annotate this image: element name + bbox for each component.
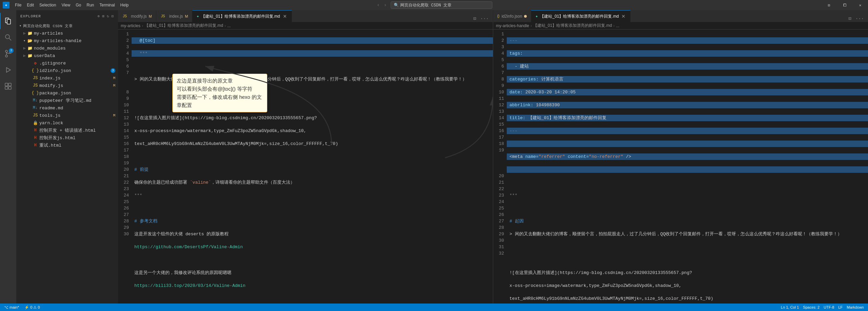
collapse-icon[interactable]: ⊟ — [111, 14, 114, 18]
sidebar-root[interactable]: ▾ 网页自动化爬取 CSDN 文章 — [16, 22, 118, 30]
sidebar-item-modify[interactable]: ▷ JS modify.js M — [16, 82, 118, 89]
code-line-10: 确保你的主题已经成功部署 `valine`，详细请看你的主题帮助文件（百度大法） — [132, 179, 493, 186]
sidebar-item-gitignore[interactable]: ▷ ⚙ .gitignore — [16, 59, 118, 67]
svg-rect-11 — [5, 87, 8, 89]
my-articles-handle-icon: 📂 — [27, 38, 33, 43]
sidebar-item-id2info[interactable]: ▷ { } id2info.json 3 — [16, 67, 118, 74]
new-folder-icon[interactable]: ⊞ — [102, 14, 105, 18]
tab-left-md[interactable]: ✦ 【建站_01】给博客添加漂亮的邮件回复.md ✕ — [192, 10, 292, 22]
control-debug-icon: H — [33, 128, 38, 133]
r-code-line-19b: x-oss-process=image/watermark,type_ZmFuZ… — [507, 282, 868, 289]
tab-id2info-label: id2info.json — [502, 14, 522, 19]
menu-help[interactable]: Help — [118, 0, 132, 10]
source-control-button[interactable]: 3 — [0, 45, 16, 62]
tab-modify-js[interactable]: JS modify.js M — [118, 10, 156, 22]
tab-index-js[interactable]: JS index.js M — [156, 10, 193, 22]
menu-edit[interactable]: Edit — [24, 0, 37, 10]
annotation-overlay: 左边是直接导出的原文章 可以看到头部会有@[toc]() 等字符 需要匹配一下，… — [172, 74, 267, 112]
left-editor-content[interactable]: 12345 67 89101112 13141516 17181920 2122… — [118, 30, 493, 304]
close-button[interactable]: ✕ — [852, 0, 868, 10]
menu-run[interactable]: Run — [84, 0, 97, 10]
refresh-icon[interactable]: ↻ — [107, 14, 110, 18]
sidebar-item-my-articles-handle[interactable]: ▾ 📂 my-articles-handle — [16, 37, 118, 44]
left-code-content[interactable]: @[toc] *** > 闲的又去翻翻大佬们的博客，顺便留个言，拍拍屁股走人，过… — [132, 30, 493, 304]
debug-button[interactable] — [0, 62, 16, 78]
sidebar-item-puppeteer[interactable]: ▷ M↓ puppeteer 学习笔记.md — [16, 97, 118, 104]
sidebar-item-my-articles[interactable]: ▷ 📁 my-articles — [16, 30, 118, 37]
code-line-12 — [132, 205, 493, 212]
sidebar-header-actions: ⊕ ⊞ ↻ ⊟ — [98, 14, 114, 18]
r-code-line-13: *** — [507, 192, 868, 199]
index-icon: JS — [33, 75, 38, 81]
id2info-label: id2info.json — [39, 68, 71, 73]
svg-rect-9 — [5, 83, 8, 86]
tab-id2info[interactable]: {} id2info.json — [493, 10, 531, 22]
main-layout: 3 EXPLORER — [0, 10, 868, 304]
tools-icon: JS — [33, 113, 38, 118]
code-line-11: *** — [132, 192, 493, 199]
split-editor-icon[interactable]: ⊡ — [472, 15, 477, 22]
sidebar-item-retry[interactable]: ▷ H 重试.html — [16, 142, 118, 149]
menu-go[interactable]: Go — [73, 0, 84, 10]
status-language[interactable]: Markdown — [845, 305, 865, 309]
status-position[interactable]: Ln 1, Col 1 — [779, 305, 800, 309]
sidebar-item-node-modules[interactable]: ▷ 📁 node_modules — [16, 44, 118, 52]
sidebar: EXPLORER ⊕ ⊞ ↻ ⊟ ▾ 网页自动化爬取 CSDN 文章 ▷ 📁 m… — [16, 10, 118, 304]
menu-view[interactable]: View — [59, 0, 73, 10]
status-encoding[interactable]: UTF-8 — [822, 305, 835, 309]
status-errors[interactable]: ⚡ 0 ⚠ 0 — [23, 305, 41, 310]
more-actions-icon[interactable]: ··· — [479, 15, 490, 22]
sidebar-item-tools[interactable]: ▷ JS tools.js M — [16, 112, 118, 119]
code-line-2: *** — [132, 50, 493, 57]
tab-modify-js-icon: JS — [122, 14, 128, 19]
right-code-content[interactable]: --- tags: - 建站 categories: 计算机语言 date: 2… — [507, 30, 868, 304]
node-modules-icon: 📁 — [27, 45, 33, 51]
status-spaces[interactable]: Spaces: 2 — [802, 305, 821, 309]
index-label: index.js — [39, 76, 60, 81]
userdata-label: userData — [34, 53, 55, 58]
maximize-button[interactable]: ⧠ — [837, 0, 852, 10]
r-code-line-14 — [507, 205, 868, 212]
code-line-18: https://bili33.top/2020/03/14/Valine-Adm… — [132, 282, 493, 289]
status-eol[interactable]: LF — [837, 305, 844, 309]
tab-right-md-close[interactable]: ✕ — [621, 14, 626, 19]
menu-selection[interactable]: Selection — [37, 0, 59, 10]
nav-forward[interactable]: › — [383, 2, 388, 8]
breadcrumbs-row: my-articles › 【建站_01】给博客添加漂亮的邮件回复.md › .… — [118, 22, 868, 30]
sidebar-item-index[interactable]: ▷ JS index.js M — [16, 74, 118, 82]
my-articles-arrow: ▷ — [22, 31, 27, 36]
search-button[interactable] — [0, 29, 16, 45]
nav-back[interactable]: ‹ — [375, 2, 381, 8]
my-articles-handle-label: my-articles-handle — [34, 38, 81, 43]
menu-terminal[interactable]: Terminal — [97, 0, 117, 10]
explorer-button[interactable] — [0, 13, 16, 29]
right-editor-content[interactable]: 12345 678910 1112131415 16171819 202122 … — [493, 30, 868, 304]
r-code-line-18 — [507, 257, 868, 263]
sidebar-tree: ▾ 网页自动化爬取 CSDN 文章 ▷ 📁 my-articles ▾ 📂 my… — [16, 22, 118, 304]
sidebar-item-control-debug[interactable]: ▷ H 控制开发 + 错误描述.html — [16, 127, 118, 134]
sidebar-item-package[interactable]: ▷ { } package.json — [16, 89, 118, 97]
title-center: ‹ › 🔍 网页自动化爬取 CSDN 文章 — [375, 1, 493, 9]
sidebar-item-yarn[interactable]: ▷ 🔒 yarn.lock — [16, 119, 118, 127]
status-branch[interactable]: ⌥ main* — [3, 305, 20, 310]
tab-modify-js-label: modify.js — [131, 14, 147, 19]
right-split-icon[interactable]: ⊡ — [847, 15, 852, 22]
sidebar-item-readme[interactable]: ▷ M↓ readme.md — [16, 104, 118, 112]
my-articles-label: my-articles — [34, 31, 63, 36]
sidebar-item-userdata[interactable]: ▷ 📁 userData — [16, 52, 118, 59]
global-search[interactable]: 🔍 网页自动化爬取 CSDN 文章 — [391, 1, 493, 9]
tab-left-md-close[interactable]: ✕ — [282, 14, 288, 19]
modify-label: modify.js — [39, 83, 63, 88]
menu-file[interactable]: File — [12, 0, 24, 10]
retry-label: 重试.html — [39, 142, 61, 148]
new-file-icon[interactable]: ⊕ — [98, 14, 100, 18]
svg-marker-8 — [6, 68, 11, 72]
left-editor-panel: 12345 67 89101112 13141516 17181920 2122… — [118, 30, 493, 304]
title-bar: ◈ File Edit Selection View Go Run Termin… — [0, 0, 868, 10]
right-more-icon[interactable]: ··· — [854, 15, 865, 22]
extensions-button[interactable] — [0, 78, 16, 94]
sidebar-item-control-js[interactable]: ▷ H 控制开发js.html — [16, 134, 118, 142]
tab-right-md[interactable]: ✦ 【建站_01】给博客添加漂亮的邮件回复.md ✕ — [531, 10, 631, 22]
r-code-line-5: date: 2020-03-20 14:20:05 — [507, 89, 868, 95]
minimize-button[interactable]: ⊟ — [821, 0, 837, 10]
